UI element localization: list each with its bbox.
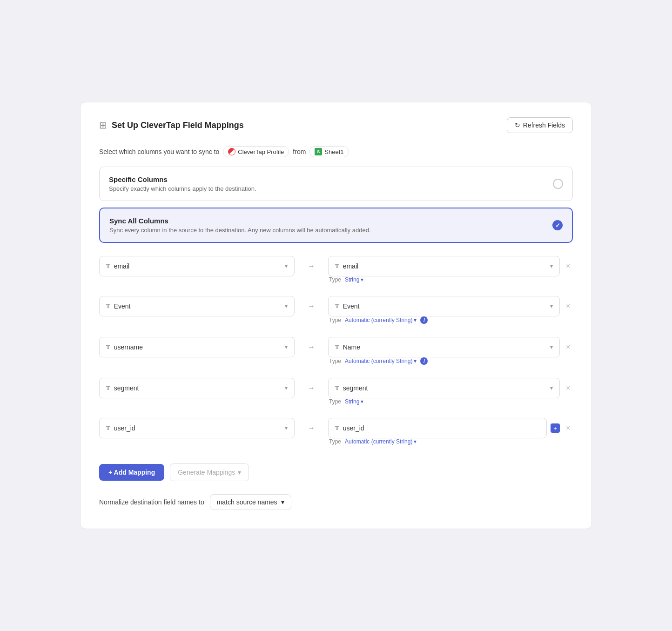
type-value-username[interactable]: Automatic (currently String) ▾: [345, 358, 417, 364]
source-dropdown-event[interactable]: T Event ▾: [99, 296, 295, 316]
table-row: T segment ▾ → T segment ▾: [99, 378, 573, 405]
dest-dropdown-email[interactable]: T email ▾: [328, 256, 560, 276]
type-icon: T: [335, 384, 339, 392]
refresh-button[interactable]: ↻ Refresh Fields: [507, 117, 573, 133]
source-field-userid: T user_id ▾: [99, 418, 295, 438]
type-icon: T: [335, 424, 339, 432]
table-row: T Event ▾ → T Event ▾: [99, 296, 573, 324]
remove-mapping-event[interactable]: ×: [564, 302, 573, 311]
chevron-down-icon: ▾: [238, 469, 241, 476]
dest-name-username: Name: [343, 343, 360, 351]
add-field-userid[interactable]: +: [551, 423, 560, 433]
type-icon: T: [335, 302, 339, 310]
page-title: Set Up CleverTap Field Mappings: [112, 121, 244, 130]
add-mapping-button[interactable]: + Add Mapping: [99, 464, 164, 481]
chevron-down-icon: ▾: [285, 263, 288, 269]
specific-columns-option[interactable]: Specific Columns Specify exactly which c…: [99, 167, 573, 201]
mappings-area: T email ▾ → T email ▾: [99, 256, 573, 450]
specific-columns-desc: Specify exactly which columns apply to t…: [109, 185, 256, 192]
normalize-text: Normalize destination field names to: [99, 498, 204, 506]
type-icon: T: [106, 384, 110, 392]
source-dropdown-username[interactable]: T username ▾: [99, 337, 295, 357]
arrow-email: →: [302, 256, 321, 276]
arrow-event: →: [302, 296, 321, 316]
source-dropdown-userid[interactable]: T user_id ▾: [99, 418, 295, 438]
remove-mapping-segment[interactable]: ×: [564, 383, 573, 393]
chevron-down-icon: ▾: [285, 385, 288, 391]
arrow-username: →: [302, 337, 321, 357]
source-field-email: T email ▾: [99, 256, 295, 276]
sync-all-radio[interactable]: [552, 220, 563, 230]
source-field-segment: T segment ▾: [99, 378, 295, 398]
subtitle-row: Select which columns you want to sync to…: [99, 146, 573, 157]
footer-actions: + Add Mapping Generate Mappings ▾: [99, 463, 573, 481]
normalize-value: match source names: [217, 498, 277, 506]
generate-label: Generate Mappings: [178, 469, 235, 476]
chevron-down-icon: ▾: [285, 344, 288, 350]
type-icon: T: [335, 262, 339, 270]
dest-field-userid: T Type Automatic (currently String) ▾ +: [328, 418, 573, 445]
options-section: Specific Columns Specify exactly which c…: [99, 167, 573, 243]
title-group: ⊞ Set Up CleverTap Field Mappings: [99, 120, 244, 131]
remove-mapping-username[interactable]: ×: [564, 342, 573, 352]
dest-field-segment: T segment ▾ Type String ▾: [328, 378, 573, 405]
source-field-username: T username ▾: [99, 337, 295, 357]
dest-dropdown-event[interactable]: T Event ▾: [328, 296, 560, 316]
normalize-select[interactable]: match source names ▾: [210, 494, 291, 510]
dest-input-field-userid[interactable]: [343, 424, 540, 432]
type-value-segment[interactable]: String ▾: [345, 398, 363, 405]
clevertap-icon: [228, 148, 235, 155]
info-icon[interactable]: i: [420, 316, 428, 324]
header-icon: ⊞: [99, 120, 107, 131]
subtitle-text: Select which columns you want to sync to: [99, 148, 219, 155]
type-icon: T: [106, 302, 110, 310]
dest-name-event: Event: [343, 302, 360, 310]
sync-all-columns-option[interactable]: Sync All Columns Sync every column in th…: [99, 208, 573, 243]
main-container: ⊞ Set Up CleverTap Field Mappings ↻ Refr…: [80, 102, 592, 529]
table-row: T email ▾ → T email ▾: [99, 256, 573, 283]
dest-input-userid[interactable]: T: [328, 418, 547, 438]
refresh-icon: ↻: [515, 121, 520, 129]
type-value-userid[interactable]: Automatic (currently String) ▾: [345, 438, 417, 445]
source-name-userid: user_id: [114, 424, 135, 432]
dest-dropdown-segment[interactable]: T segment ▾: [328, 378, 560, 398]
dest-name-segment: segment: [343, 384, 368, 392]
arrow-userid: →: [302, 418, 321, 438]
source-name-email: email: [114, 262, 129, 270]
info-icon[interactable]: i: [420, 357, 428, 365]
dest-dropdown-username[interactable]: T Name ▾: [328, 337, 560, 357]
specific-columns-title: Specific Columns: [109, 175, 256, 183]
source-name-username: username: [114, 343, 143, 351]
type-value-email[interactable]: String ▾: [345, 276, 363, 283]
add-mapping-label: + Add Mapping: [108, 469, 155, 476]
dest-field-username: T Name ▾ Type Automatic (currently Strin…: [328, 337, 573, 365]
dest-name-email: email: [343, 262, 358, 270]
source-badge[interactable]: S Sheet1: [309, 146, 349, 157]
type-value-event[interactable]: Automatic (currently String) ▾: [345, 317, 417, 323]
chevron-down-icon: ▾: [550, 385, 553, 391]
destination-badge[interactable]: CleverTap Profile: [223, 146, 289, 157]
remove-mapping-userid[interactable]: ×: [564, 423, 573, 433]
chevron-down-icon: ▾: [361, 398, 363, 405]
table-row: T username ▾ → T Name ▾: [99, 337, 573, 365]
remove-mapping-email[interactable]: ×: [564, 262, 573, 271]
sync-all-desc: Sync every column in the source to the d…: [109, 227, 370, 234]
destination-label: CleverTap Profile: [238, 148, 284, 155]
source-dropdown-segment[interactable]: T segment ▾: [99, 378, 295, 398]
source-label: Sheet1: [324, 148, 343, 155]
arrow-segment: →: [302, 378, 321, 398]
source-dropdown-email[interactable]: T email ▾: [99, 256, 295, 276]
sync-all-text: Sync All Columns Sync every column in th…: [109, 217, 370, 234]
chevron-down-icon: ▾: [285, 303, 288, 309]
from-text: from: [293, 148, 306, 155]
chevron-down-icon: ▾: [285, 425, 288, 431]
source-name-event: Event: [114, 302, 131, 310]
chevron-down-icon: ▾: [550, 263, 553, 269]
specific-columns-radio[interactable]: [553, 179, 563, 189]
chevron-down-icon: ▾: [414, 358, 417, 364]
sheets-icon: S: [315, 148, 322, 155]
generate-mappings-button[interactable]: Generate Mappings ▾: [170, 463, 249, 481]
chevron-down-icon: ▾: [414, 438, 417, 445]
sync-all-title: Sync All Columns: [109, 217, 370, 225]
chevron-down-icon: ▾: [550, 344, 553, 350]
